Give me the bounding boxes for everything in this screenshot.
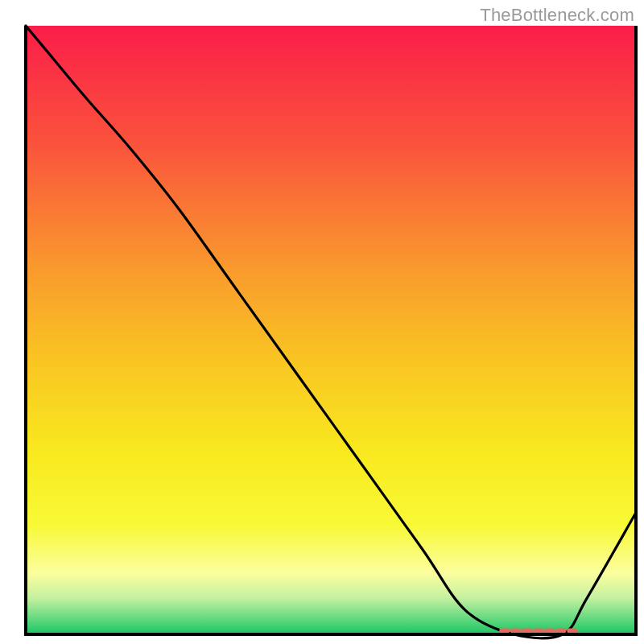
plot-background [26,26,636,634]
plot-area [26,26,636,638]
bottleneck-chart [0,0,644,644]
